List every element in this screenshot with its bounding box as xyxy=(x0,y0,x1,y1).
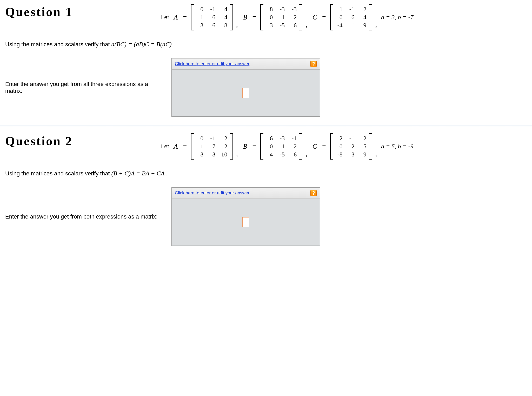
equals-sign: = xyxy=(252,143,256,150)
question-divider xyxy=(0,126,532,127)
question-block-1: Question 1 Let A = 0-14 164 368 , B = 8-… xyxy=(0,0,532,124)
matrix-definitions: Let A = 0-12 172 3310 , B = 6-3-1 012 4-… xyxy=(161,133,414,160)
matrix-cell: -8 xyxy=(333,150,345,159)
matrix-cell: -3 xyxy=(275,5,287,13)
equals-sign: = xyxy=(183,143,187,150)
matrix-cell: 8 xyxy=(218,21,230,29)
question-header-row: Question 2 Let A = 0-12 172 3310 , B = 6… xyxy=(5,132,527,160)
matrix-cell: 10 xyxy=(218,150,230,159)
matrix-cell: 6 xyxy=(206,21,218,29)
scalar-values: a = 5, b = -9 xyxy=(381,143,413,150)
matrix-cell: 4 xyxy=(218,13,230,21)
matrix-cell: 1 xyxy=(194,142,206,150)
answer-panel: Click here to enter or edit your answer … xyxy=(171,58,320,117)
matrix-cell: 3 xyxy=(194,21,206,29)
separator-comma: , xyxy=(375,21,377,30)
matrix-cell: 2 xyxy=(287,13,299,21)
matrix-cell: 2 xyxy=(218,134,230,142)
matrix-cell: -3 xyxy=(275,134,287,142)
answer-input-box[interactable] xyxy=(242,217,249,227)
matrix-definitions: Let A = 0-14 164 368 , B = 8-3-3 012 3-5… xyxy=(161,4,414,30)
matrix-cell: 9 xyxy=(357,150,369,159)
matrix-cell: 2 xyxy=(218,142,230,150)
matrix-cell: 1 xyxy=(333,5,345,13)
separator-comma: , xyxy=(236,21,238,30)
instruction-suffix: . xyxy=(173,41,175,48)
matrix-cell: 2 xyxy=(345,142,357,150)
matrix-cell: 2 xyxy=(357,134,369,142)
answer-panel-body xyxy=(172,70,320,116)
instruction-prefix: Using the matrices and scalars verify th… xyxy=(5,170,111,177)
separator-comma: , xyxy=(375,150,377,160)
equals-sign: = xyxy=(322,143,326,150)
matrix-cell: 6 xyxy=(287,21,299,29)
answer-panel: Click here to enter or edit your answer … xyxy=(171,187,320,246)
matrix-cell: 0 xyxy=(263,142,275,150)
verify-instruction: Using the matrices and scalars verify th… xyxy=(5,170,527,177)
matrix-C: 1-12 064 -419 xyxy=(330,4,372,30)
matrix-name-C: C xyxy=(312,14,317,21)
matrix-cell: -5 xyxy=(275,150,287,159)
let-label: Let xyxy=(161,14,169,21)
answer-prompt: Enter the answer you get from all three … xyxy=(5,81,161,94)
separator-comma: , xyxy=(236,150,238,160)
matrix-cell: -1 xyxy=(345,5,357,13)
instruction-prefix: Using the matrices and scalars verify th… xyxy=(5,41,111,48)
matrix-cell: 1 xyxy=(275,142,287,150)
matrix-cell: -5 xyxy=(275,21,287,29)
answer-panel-header: Click here to enter or edit your answer … xyxy=(172,188,320,199)
matrix-cell: -1 xyxy=(345,134,357,142)
matrix-cell: -3 xyxy=(287,5,299,13)
matrix-cell: 0 xyxy=(333,142,345,150)
matrix-A: 0-12 172 3310 xyxy=(191,133,233,160)
separator-comma: , xyxy=(305,21,307,30)
answer-panel-header: Click here to enter or edit your answer … xyxy=(172,58,320,70)
matrix-name-B: B xyxy=(243,14,247,21)
matrix-cell: 4 xyxy=(263,150,275,159)
matrix-cell: 6 xyxy=(263,134,275,142)
equals-sign: = xyxy=(252,14,256,21)
question-title: Question 1 xyxy=(5,5,161,19)
answer-input-box[interactable] xyxy=(242,88,249,98)
edit-answer-link[interactable]: Click here to enter or edit your answer xyxy=(175,61,249,67)
edit-answer-link[interactable]: Click here to enter or edit your answer xyxy=(175,190,249,196)
matrix-cell: -1 xyxy=(206,5,218,13)
matrix-cell: 2 xyxy=(357,5,369,13)
answer-prompt: Enter the answer you get from both expre… xyxy=(5,213,161,220)
matrix-cell: 7 xyxy=(206,142,218,150)
matrix-cell: 9 xyxy=(357,21,369,29)
help-icon[interactable]: ? xyxy=(310,190,317,196)
separator-comma: , xyxy=(305,150,307,160)
answer-row: Enter the answer you get from both expre… xyxy=(5,187,527,246)
matrix-cell: 3 xyxy=(194,150,206,159)
help-icon[interactable]: ? xyxy=(310,61,317,67)
matrix-cell: 1 xyxy=(194,13,206,21)
matrix-A: 0-14 164 368 xyxy=(191,4,233,30)
matrix-cell: -4 xyxy=(333,21,345,29)
matrix-cell: 4 xyxy=(357,13,369,21)
matrix-cell: 3 xyxy=(345,150,357,159)
matrix-B: 8-3-3 012 3-56 xyxy=(260,4,302,30)
matrix-name-A: A xyxy=(174,14,178,21)
matrix-cell: 0 xyxy=(333,13,345,21)
equals-sign: = xyxy=(183,14,187,21)
let-label: Let xyxy=(161,143,169,150)
matrix-cell: 5 xyxy=(357,142,369,150)
answer-row: Enter the answer you get from all three … xyxy=(5,58,527,117)
matrix-cell: 1 xyxy=(275,13,287,21)
instruction-math: (B + C)A = BA + CA xyxy=(111,170,164,177)
matrix-cell: 4 xyxy=(218,5,230,13)
matrix-cell: 3 xyxy=(263,21,275,29)
matrix-C: 2-12 025 -839 xyxy=(330,133,372,160)
verify-instruction: Using the matrices and scalars verify th… xyxy=(5,41,527,48)
matrix-B: 6-3-1 012 4-56 xyxy=(260,133,302,160)
matrix-cell: 1 xyxy=(345,21,357,29)
matrix-cell: -1 xyxy=(206,134,218,142)
matrix-cell: 3 xyxy=(206,150,218,159)
matrix-cell: 0 xyxy=(194,5,206,13)
instruction-suffix: . xyxy=(166,170,168,177)
matrix-name-C: C xyxy=(312,143,317,150)
matrix-cell: 6 xyxy=(287,150,299,159)
matrix-cell: -1 xyxy=(287,134,299,142)
matrix-cell: 6 xyxy=(206,13,218,21)
